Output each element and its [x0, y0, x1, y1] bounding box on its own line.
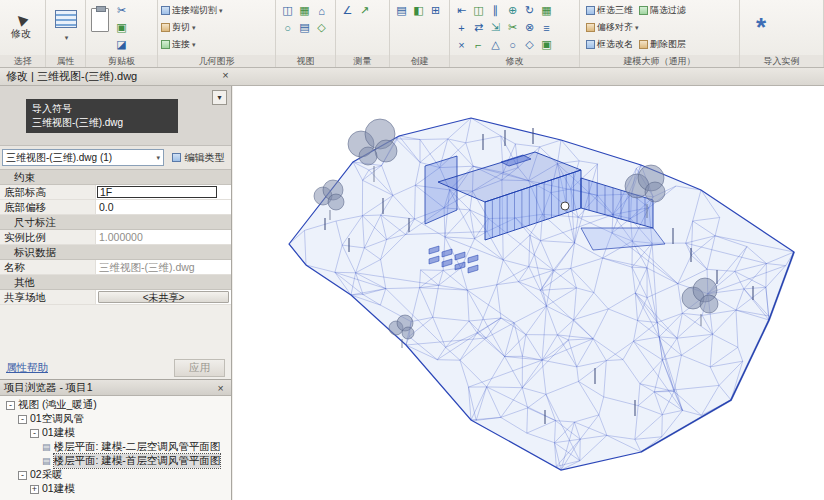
tree-item-label: 视图 (鸿业_暖通): [18, 398, 97, 412]
property-section-header[interactable]: 标识数据: [0, 245, 231, 260]
tree-item[interactable]: ▤楼层平面: 建模-首层空调风管平面图: [2, 454, 231, 468]
close-icon[interactable]: ×: [219, 70, 232, 83]
type-preview-tooltip: 导入符号 三维视图-(三维).dwg: [26, 99, 178, 133]
property-section-header[interactable]: 约束: [0, 170, 231, 185]
property-section-header[interactable]: 其他: [0, 275, 231, 290]
join-geometry-button[interactable]: 连接 ▾: [161, 36, 272, 53]
property-value[interactable]: 1F: [96, 185, 231, 199]
tree-item[interactable]: -视图 (鸿业_暖通): [2, 398, 231, 412]
swap-icon[interactable]: ⇄: [470, 19, 487, 36]
property-row: 实例比例1.000000: [0, 230, 231, 245]
project-browser-tree: -视图 (鸿业_暖通)-01空调风管-01建模▤楼层平面: 建模-二层空调风管平…: [0, 396, 231, 496]
group-label-modify: 修改: [450, 55, 579, 67]
collapse-icon[interactable]: -: [30, 429, 39, 438]
property-value[interactable]: <未共享>: [96, 290, 231, 304]
visibility-icon[interactable]: ▦: [296, 2, 313, 19]
array-icon[interactable]: ▦: [538, 2, 555, 19]
drawing-area[interactable]: [233, 86, 824, 500]
mirror-icon[interactable]: ◫: [470, 2, 487, 19]
collapse-icon[interactable]: -: [6, 401, 15, 410]
property-row: 共享场地<未共享>: [0, 290, 231, 305]
scale-icon[interactable]: ⇲: [487, 19, 504, 36]
create-group-icon[interactable]: ▤: [393, 2, 410, 19]
render-icon[interactable]: ○: [279, 19, 296, 36]
legend-component-icon[interactable]: ⊞: [427, 2, 444, 19]
demolish-icon[interactable]: ◇: [521, 36, 538, 53]
expand-icon[interactable]: +: [30, 485, 39, 494]
highlight-dot: [561, 202, 569, 210]
offset-align-icon: [586, 23, 595, 32]
shared-site-button[interactable]: <未共享>: [98, 291, 229, 303]
opening-icon[interactable]: ○: [504, 36, 521, 53]
property-label: 名称: [0, 260, 96, 274]
isolate-filter-button[interactable]: 隔选过滤: [636, 2, 689, 19]
modify-tool-button[interactable]: ▶ 修改: [3, 2, 39, 52]
camera-icon[interactable]: ◇: [313, 19, 330, 36]
cut-icon[interactable]: ✂: [113, 2, 130, 19]
tree-item[interactable]: -01空调风管: [2, 412, 231, 426]
property-section-header[interactable]: 尺寸标注: [0, 215, 231, 230]
box-rename-button[interactable]: 框选改名: [583, 36, 636, 53]
property-value[interactable]: 0.0: [96, 200, 231, 214]
trim-icon[interactable]: ≡: [538, 19, 555, 36]
tree-item[interactable]: -01建模: [2, 426, 231, 440]
offset-align-button[interactable]: 偏移对齐▾: [583, 19, 642, 36]
delete-icon[interactable]: ×: [453, 36, 470, 53]
copy-icon[interactable]: ▣: [113, 19, 130, 36]
properties-palette-button[interactable]: ▾: [49, 10, 82, 42]
align-icon[interactable]: ⇤: [453, 2, 470, 19]
tree-item[interactable]: -02采暖: [2, 468, 231, 482]
unpin-icon[interactable]: ⊗: [521, 19, 538, 36]
apply-button[interactable]: 应用: [174, 359, 225, 377]
tree-item-label: 楼层平面: 建模-二层空调风管平面图: [54, 440, 221, 454]
match-type-icon[interactable]: ◪: [113, 36, 130, 53]
connect-end-cut-button[interactable]: 连接端切割 ▾: [161, 2, 272, 19]
properties-help-link[interactable]: 属性帮助: [6, 361, 48, 375]
ribbon-group-properties: ▾ 属性: [46, 0, 86, 67]
pin-icon[interactable]: ⊕: [504, 2, 521, 19]
close-icon[interactable]: ×: [214, 382, 227, 394]
explode-button[interactable]: *: [743, 2, 779, 52]
measure-distance-icon[interactable]: ↗: [356, 2, 373, 19]
ribbon-group-import-instance: * 导入实例: [740, 0, 824, 67]
palette-menu-button[interactable]: ▾: [212, 90, 227, 105]
collapse-icon[interactable]: -: [18, 471, 27, 480]
property-row: 底部标高1F: [0, 185, 231, 200]
box-select-3d-button[interactable]: 框选三维: [583, 2, 636, 19]
collapse-icon[interactable]: -: [18, 415, 27, 424]
offset-icon[interactable]: ∥: [487, 2, 504, 19]
tree-item[interactable]: ▤楼层平面: 建模-二层空调风管平面图: [2, 440, 231, 454]
angle-dimension-icon[interactable]: ∠: [339, 2, 356, 19]
caret-down-icon: ▾: [156, 154, 160, 162]
isolate-filter-icon: [639, 6, 648, 15]
property-value[interactable]: 三维视图-(三维).dwg: [96, 260, 231, 274]
tree-item[interactable]: +01建模: [2, 482, 231, 496]
type-selector-dropdown[interactable]: 三维视图-(三维).dwg (1) ▾: [2, 149, 164, 166]
property-value-input[interactable]: 1F: [97, 186, 217, 198]
group-label-select: 选择: [0, 55, 45, 67]
create-similar-icon[interactable]: ◧: [410, 2, 427, 19]
properties-palette-icon: [55, 10, 77, 28]
group-label-view: 视图: [276, 55, 335, 67]
beam-icon[interactable]: △: [487, 36, 504, 53]
group-label-measure: 测量: [336, 55, 389, 67]
move-icon[interactable]: +: [453, 19, 470, 36]
3d-model-viewport[interactable]: [233, 86, 824, 500]
cope-icon[interactable]: ⌐: [470, 36, 487, 53]
thin-lines-icon[interactable]: ◫: [279, 2, 296, 19]
edit-type-button[interactable]: 编辑类型: [167, 149, 229, 166]
split-icon[interactable]: ✂: [504, 19, 521, 36]
delete-layer-button[interactable]: 删除图层: [636, 36, 689, 53]
paste-button[interactable]: [91, 8, 109, 32]
property-grid: 约束底部标高1F底部偏移0.0尺寸标注实例比例1.000000标识数据名称三维视…: [0, 170, 231, 305]
join-geometry-icon: [161, 40, 170, 49]
group-label-import-instance: 导入实例: [740, 55, 823, 67]
property-value[interactable]: 1.000000: [96, 230, 231, 244]
paint-icon[interactable]: ▣: [538, 36, 555, 53]
tree-item-label: 01空调风管: [30, 412, 84, 426]
cut-geometry-button[interactable]: 剪切 ▾: [161, 19, 272, 36]
rotate-icon[interactable]: ↻: [521, 2, 538, 19]
group-label-properties: 属性: [46, 55, 85, 67]
default-3d-view-icon[interactable]: ⌂: [313, 2, 330, 19]
plan-view-icon[interactable]: ▤: [296, 19, 313, 36]
